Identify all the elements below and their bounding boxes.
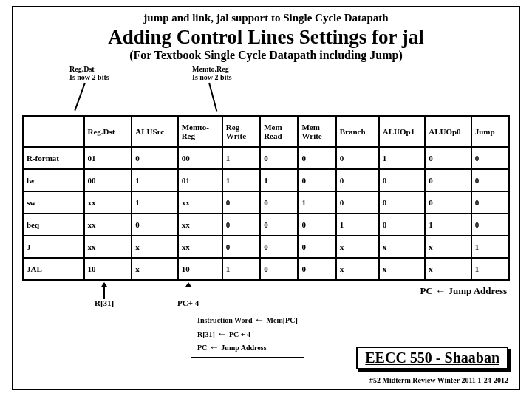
cell: 0	[298, 147, 335, 169]
cell: 0	[471, 191, 509, 214]
row-name: J	[23, 236, 84, 258]
cell: 00	[84, 169, 132, 191]
arrow-left-icon: ←	[254, 313, 265, 327]
note-memtoreg: Memto.Reg Is now 2 bits	[192, 65, 232, 81]
table-row: JAL10x10100xxx1	[23, 258, 509, 280]
arrow-left-icon: ←	[209, 341, 219, 354]
th	[23, 116, 84, 147]
cell: x	[379, 236, 425, 258]
slide-frame: jump and link, jal support to Single Cyc…	[12, 6, 520, 390]
pc-text: PC	[420, 285, 433, 296]
cell: 00	[178, 147, 222, 169]
course-title-box: EECC 550 - Shaaban	[356, 347, 508, 369]
th: Mem Write	[298, 116, 335, 147]
note-memtoreg-l1: Memto.Reg	[192, 65, 229, 73]
label-pc4: PC+ 4	[177, 299, 199, 307]
instr-label: Mem[PC]	[267, 316, 298, 324]
arrow-left-icon: ←	[216, 327, 227, 341]
th: ALUOp1	[379, 116, 425, 147]
cell: x	[425, 258, 471, 280]
note-regdst-l2: Is now 2 bits	[69, 73, 109, 81]
cell: 1	[379, 147, 425, 169]
th: Memto-Reg	[178, 116, 222, 147]
subtitle-top: jump and link, jal support to Single Cyc…	[22, 12, 510, 24]
cell: 1	[222, 169, 260, 191]
cell: xx	[178, 214, 222, 236]
cell: 0	[222, 236, 260, 258]
page-title: Adding Control Lines Settings for jal	[22, 26, 510, 49]
cell: 1	[222, 147, 260, 169]
cell: 0	[260, 236, 298, 258]
row-name: R-format	[23, 147, 84, 169]
cell: 0	[336, 191, 379, 214]
row-name: sw	[23, 191, 84, 214]
cell: 0	[471, 147, 509, 169]
instr-line: PC ← Jump Address	[197, 341, 298, 354]
pointer-line	[208, 83, 217, 112]
th: ALUSrc	[132, 116, 177, 147]
cell: xx	[178, 236, 222, 258]
cell: 0	[260, 214, 298, 236]
row-name: lw	[23, 169, 84, 191]
pointer-line	[74, 83, 85, 111]
subtitle-2: (For Textbook Single Cycle Datapath incl…	[22, 49, 510, 62]
note-regdst-l1: Reg.Dst	[69, 65, 95, 73]
cell: 0	[298, 169, 335, 191]
cell: 1	[336, 214, 379, 236]
cell: 0	[222, 191, 260, 214]
cell: 1	[132, 191, 177, 214]
cell: 0	[336, 147, 379, 169]
jump-address-text: Jump Address	[448, 285, 507, 296]
cell: 0	[471, 169, 509, 191]
cell: x	[425, 236, 471, 258]
note-regdst: Reg.Dst Is now 2 bits	[69, 65, 109, 81]
notes-area: Reg.Dst Is now 2 bits Memto.Reg Is now 2…	[22, 64, 510, 115]
cell: 0	[132, 147, 177, 169]
cell: x	[336, 258, 379, 280]
cell: 01	[178, 169, 222, 191]
cell: x	[132, 258, 177, 280]
cell: 0	[298, 214, 335, 236]
table-row: beqxx0xx0001010	[23, 214, 509, 236]
cell: 0	[336, 169, 379, 191]
row-name: beq	[23, 214, 84, 236]
table-row: Jxxxxx000xxx1	[23, 236, 509, 258]
cell: 0	[379, 191, 425, 214]
th: Reg.Dst	[84, 116, 132, 147]
cell: 0	[425, 147, 471, 169]
note-memtoreg-l2: Is now 2 bits	[192, 73, 232, 81]
below-table-annotations: R[31] PC+ 4 PC ← Jump Address	[22, 282, 510, 304]
cell: 01	[84, 147, 132, 169]
footer-text: #52 Midterm Review Winter 2011 1-24-2012	[369, 376, 508, 384]
table-row: lw001011100000	[23, 169, 509, 191]
cell: 0	[260, 191, 298, 214]
cell: 1	[471, 258, 509, 280]
th: Jump	[471, 116, 509, 147]
th: Reg Write	[222, 116, 260, 147]
instr-label: Instruction Word	[197, 316, 253, 324]
cell: xx	[84, 236, 132, 258]
table-row: R-format010001000100	[23, 147, 509, 169]
cell: 1	[222, 258, 260, 280]
cell: x	[379, 258, 425, 280]
cell: x	[336, 236, 379, 258]
cell: 1	[298, 191, 335, 214]
table-header-row: Reg.Dst ALUSrc Memto-Reg Reg Write Mem R…	[23, 116, 509, 147]
cell: 0	[425, 191, 471, 214]
cell: 1	[471, 236, 509, 258]
instruction-box: Instruction Word ← Mem[PC] R[31] ← PC + …	[191, 310, 304, 358]
th: Branch	[336, 116, 379, 147]
cell: 1	[132, 169, 177, 191]
th: ALUOp0	[425, 116, 471, 147]
cell: 10	[178, 258, 222, 280]
cell: 0	[298, 258, 335, 280]
cell: 0	[425, 169, 471, 191]
cell: 1	[425, 214, 471, 236]
cell: xx	[84, 191, 132, 214]
row-name: JAL	[23, 258, 84, 280]
instr-label: R[31]	[197, 330, 215, 338]
arrow-up-icon: R[31]	[95, 282, 114, 307]
cell: 0	[260, 258, 298, 280]
cell: 10	[84, 258, 132, 280]
cell: 1	[260, 169, 298, 191]
